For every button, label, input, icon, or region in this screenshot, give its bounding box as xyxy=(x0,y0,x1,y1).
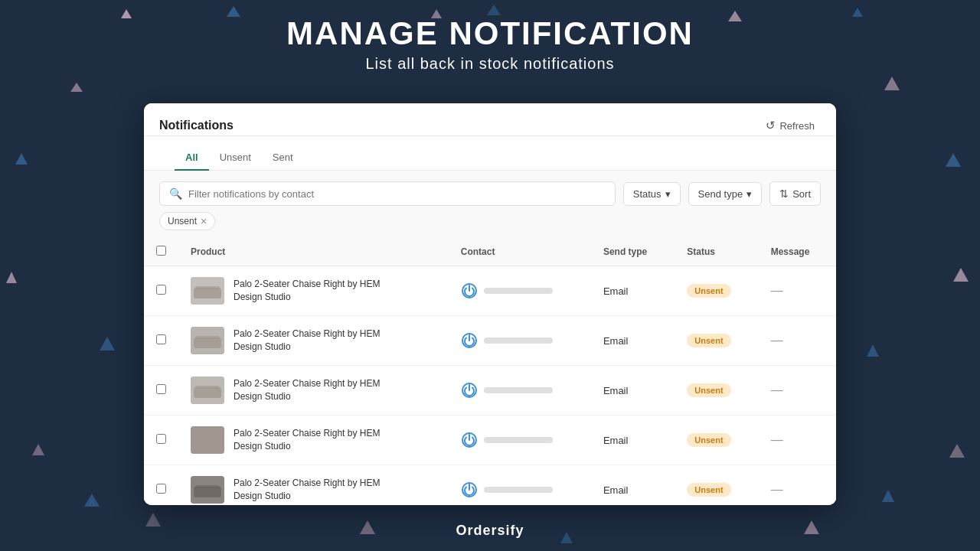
status-cell: Unsent xyxy=(675,366,758,416)
message-value: — xyxy=(771,334,783,347)
contact-power-icon xyxy=(461,282,478,299)
message-value: — xyxy=(771,433,783,446)
svg-rect-29 xyxy=(195,336,220,339)
status-badge: Unsent xyxy=(687,433,730,447)
row-checkbox[interactable] xyxy=(156,285,166,295)
refresh-label: Refresh xyxy=(779,120,815,132)
product-image xyxy=(191,476,224,504)
row-checkbox[interactable] xyxy=(156,434,166,444)
send-type-filter-button[interactable]: Send type ▾ xyxy=(688,182,763,206)
row-checkbox-cell xyxy=(144,465,178,506)
filter-tags: Unsent × xyxy=(144,212,836,238)
col-product: Product xyxy=(178,238,449,266)
message-cell: — xyxy=(759,366,836,416)
status-badge: Unsent xyxy=(687,334,730,347)
search-input[interactable] xyxy=(188,188,606,200)
table-header-row: Product Contact Send type Status Message xyxy=(144,238,836,266)
send-type-chevron-icon: ▾ xyxy=(746,188,752,200)
page-subtitle: List all back in stock notifications xyxy=(0,55,980,73)
contact-power-icon xyxy=(461,332,478,349)
svg-marker-8 xyxy=(6,272,17,283)
contact-cell xyxy=(449,266,591,316)
svg-marker-15 xyxy=(867,344,879,357)
contact-cell xyxy=(449,465,591,506)
tab-sent[interactable]: Sent xyxy=(262,145,304,171)
notifications-table: Product Contact Send type Status Message xyxy=(144,238,836,505)
product-name: Palo 2-Seater Chaise Right by HEM Design… xyxy=(234,328,387,354)
status-filter-label: Status xyxy=(633,188,662,200)
product-image xyxy=(191,426,224,454)
product-name: Palo 2-Seater Chaise Right by HEM Design… xyxy=(234,278,387,304)
message-value: — xyxy=(771,284,783,297)
svg-rect-33 xyxy=(194,387,221,398)
message-value: — xyxy=(771,483,783,496)
status-chevron-icon: ▾ xyxy=(665,188,671,200)
contact-cell xyxy=(449,366,591,416)
status-cell: Unsent xyxy=(675,316,758,366)
svg-marker-12 xyxy=(946,153,961,167)
status-cell: Unsent xyxy=(675,465,758,506)
panel-title: Notifications xyxy=(159,119,234,132)
contact-bar xyxy=(484,288,553,294)
contact-bar xyxy=(484,487,553,493)
tabs-row: All Unsent Sent xyxy=(159,145,821,170)
svg-rect-43 xyxy=(194,487,221,497)
header-section: MANAGE NOTIFICATION List all back in sto… xyxy=(0,15,980,73)
product-name: Palo 2-Seater Chaise Right by HEM Design… xyxy=(234,477,387,503)
svg-marker-17 xyxy=(882,490,894,502)
svg-rect-23 xyxy=(194,288,221,298)
unsent-tag-label: Unsent xyxy=(168,216,197,227)
table-row: Palo 2-Seater Chaise Right by HEM Design… xyxy=(144,416,836,465)
row-checkbox[interactable] xyxy=(156,484,166,494)
status-badge: Unsent xyxy=(687,483,730,497)
panel-body: 🔍 Status ▾ Send type ▾ ⇅ Sort Unsent × xyxy=(144,171,836,505)
message-cell: — xyxy=(759,416,836,465)
sort-button[interactable]: ⇅ Sort xyxy=(769,181,821,206)
panel-header: Notifications ↺ Refresh xyxy=(144,103,836,136)
col-send-type: Send type xyxy=(591,238,675,266)
product-image xyxy=(191,377,224,404)
row-checkbox[interactable] xyxy=(156,334,166,344)
unsent-filter-tag: Unsent × xyxy=(159,212,215,230)
send-type-filter-label: Send type xyxy=(698,188,743,200)
col-contact: Contact xyxy=(449,238,591,266)
svg-rect-38 xyxy=(194,437,221,448)
product-cell: Palo 2-Seater Chaise Right by HEM Design… xyxy=(178,366,449,416)
table-row: Palo 2-Seater Chaise Right by HEM Design… xyxy=(144,465,836,506)
product-cell: Palo 2-Seater Chaise Right by HEM Design… xyxy=(178,266,449,316)
brand-footer: Ordersify xyxy=(0,523,980,539)
select-all-checkbox[interactable] xyxy=(156,246,166,256)
unsent-tag-remove[interactable]: × xyxy=(201,216,207,227)
toolbar: 🔍 Status ▾ Send type ▾ ⇅ Sort xyxy=(144,171,836,212)
col-status: Status xyxy=(675,238,758,266)
table-row: Palo 2-Seater Chaise Right by HEM Design… xyxy=(144,316,836,366)
send-type-cell: Email xyxy=(591,316,675,366)
message-value: — xyxy=(771,383,783,396)
svg-marker-7 xyxy=(70,83,83,92)
status-filter-button[interactable]: Status ▾ xyxy=(623,182,681,206)
svg-marker-14 xyxy=(953,268,969,282)
contact-power-icon xyxy=(461,432,478,448)
svg-marker-6 xyxy=(15,153,28,165)
row-checkbox-cell xyxy=(144,316,178,366)
svg-rect-24 xyxy=(195,286,220,289)
message-cell: — xyxy=(759,266,836,316)
contact-power-icon xyxy=(461,382,478,399)
product-image xyxy=(191,327,224,354)
product-name: Palo 2-Seater Chaise Right by HEM Design… xyxy=(234,427,387,453)
tab-all[interactable]: All xyxy=(175,145,209,171)
tab-unsent[interactable]: Unsent xyxy=(209,145,262,171)
contact-power-icon xyxy=(461,481,478,498)
contact-cell xyxy=(449,316,591,366)
refresh-button[interactable]: ↺ Refresh xyxy=(760,116,821,135)
main-panel: Notifications ↺ Refresh All Unsent Sent … xyxy=(144,103,836,505)
send-type-cell: Email xyxy=(591,465,675,506)
tabs-container: All Unsent Sent xyxy=(144,136,836,171)
row-checkbox[interactable] xyxy=(156,384,166,394)
search-box[interactable]: 🔍 xyxy=(159,181,616,206)
status-cell: Unsent xyxy=(675,416,758,465)
contact-cell xyxy=(449,416,591,465)
send-type-cell: Email xyxy=(591,266,675,316)
send-type-cell: Email xyxy=(591,366,675,416)
product-name: Palo 2-Seater Chaise Right by HEM Design… xyxy=(234,377,387,403)
